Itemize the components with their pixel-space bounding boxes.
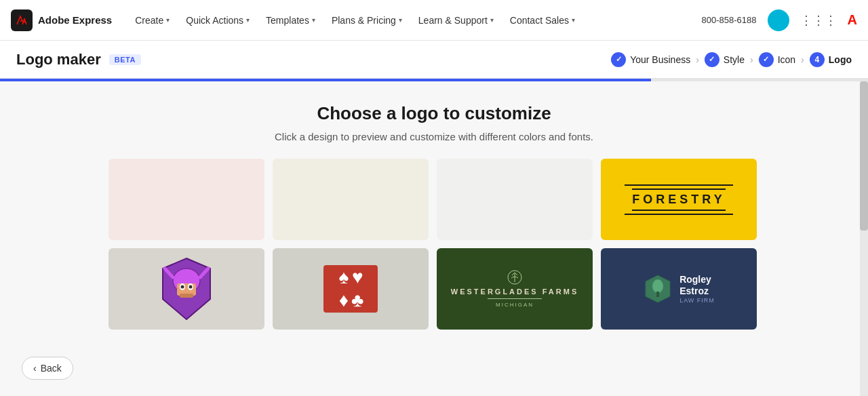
step-3: ✓ Icon [759,52,795,67]
chevron-icon: ▾ [572,16,575,24]
farm-icon [507,270,522,285]
svg-point-5 [181,285,184,289]
back-button[interactable]: ‹ Back [22,357,73,380]
forestry-text: FORESTRY [632,189,725,211]
adobe-icon: A [848,12,857,28]
steps-bar: ✓ Your Business › ✓ Style › ✓ Icon › 4 L… [611,52,852,67]
step-sep-2: › [750,54,753,65]
navbar: Adobe Express Create ▾ Quick Actions ▾ T… [0,0,868,41]
back-label: Back [41,363,62,374]
step-sep-3: › [801,54,804,65]
svg-point-6 [189,285,193,289]
content-title: Choose a logo to customize [317,103,551,124]
chevron-icon: ▾ [399,16,402,24]
step-3-check: ✓ [759,52,774,67]
chevron-icon: ▾ [246,16,250,24]
hexagon-icon [643,274,673,304]
logo-icon [11,9,33,31]
card-suits-inner: ♠♥ ♦♣ [323,265,378,313]
logo-card-1[interactable] [108,159,264,240]
chevron-icon: ▾ [166,16,170,24]
avatar[interactable] [768,9,789,31]
back-chevron-icon: ‹ [33,363,37,374]
svg-point-12 [652,279,663,293]
scroll-thumb[interactable] [860,81,868,231]
logo-card-6[interactable]: ♠♥ ♦♣ [273,248,429,330]
step-1-label: Your Business [630,54,690,65]
logo-grid: FORESTRY [108,159,760,330]
logo-card-8[interactable]: RogleyEstroz LAW FIRM [601,248,757,330]
logo-card-7[interactable]: WESTERGLADES FARMS MICHIGAN [437,248,593,330]
card-suits: ♠♥ ♦♣ [338,266,364,311]
page-title-area: Logo maker BETA [16,51,141,68]
farm-name: WESTERGLADES FARMS [451,288,578,296]
lawfirm-sub: LAW FIRM [679,297,715,304]
apps-icon[interactable]: ⋮⋮⋮ [800,13,837,28]
phone-number: 800-858-6188 [702,15,757,25]
nav-templates[interactable]: Templates ▾ [259,11,322,30]
page-title: Logo maker [16,51,101,68]
step-2-label: Style [724,54,745,65]
step-2-check: ✓ [705,52,719,67]
svg-rect-9 [180,294,193,298]
nav-quick-actions[interactable]: Quick Actions ▾ [179,11,256,30]
logo-card-2[interactable] [273,159,429,240]
step-4-num: 4 [810,52,825,67]
svg-rect-13 [656,292,659,297]
step-2: ✓ Style [705,52,745,67]
logo-text: Adobe Express [38,14,112,26]
logo-link[interactable]: Adobe Express [11,9,112,31]
step-1-check: ✓ [611,52,626,67]
nav-learn[interactable]: Learn & Support ▾ [412,11,500,30]
page-header: Logo maker BETA ✓ Your Business › ✓ Styl… [0,41,868,79]
beta-badge: BETA [109,54,141,65]
farm-location: MICHIGAN [496,302,534,308]
logo-card-5[interactable] [108,248,264,330]
nav-right: 800-858-6188 ⋮⋮⋮ A [702,9,857,31]
logo-card-3[interactable] [437,159,593,240]
nav-contact[interactable]: Contact Sales ▾ [503,11,582,30]
step-4-label: Logo [829,54,852,65]
scroll-track[interactable] [860,81,868,396]
chevron-icon: ▾ [490,16,494,24]
nav-items: Create ▾ Quick Actions ▾ Templates ▾ Pla… [128,11,701,30]
step-3-label: Icon [778,54,795,65]
content-subtitle: Click a design to preview and customize … [275,131,593,142]
chevron-icon: ▾ [312,16,315,24]
nav-plans[interactable]: Plans & Pricing ▾ [325,11,409,30]
step-sep-1: › [696,54,699,65]
lawfirm-name: RogleyEstroz [679,274,715,297]
step-4: 4 Logo [810,52,852,67]
step-1: ✓ Your Business [611,52,690,67]
main-content: Choose a logo to customize Click a desig… [0,81,868,396]
viking-svg-container [110,250,263,328]
logo-card-4[interactable]: FORESTRY [601,159,757,240]
nav-create[interactable]: Create ▾ [128,11,176,30]
